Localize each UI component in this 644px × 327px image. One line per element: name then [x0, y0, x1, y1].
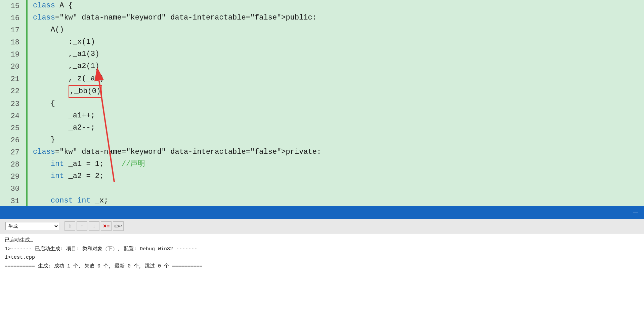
- table-row: 20 ,_a2(1): [0, 61, 644, 73]
- line-gutter: [27, 12, 30, 24]
- line-code: class A {: [30, 0, 644, 12]
- line-code: ,_z(_a1): [30, 73, 644, 85]
- table-row: 24 _a1++;: [0, 110, 644, 122]
- keyword: int: [77, 196, 91, 205]
- line-gutter: [27, 146, 30, 158]
- line-code: :_x(1): [30, 36, 644, 48]
- line-code: A(): [30, 24, 644, 36]
- output-header: —: [0, 206, 644, 219]
- line-code: class="kw" data-name="keyword" data-inte…: [30, 12, 644, 24]
- scroll-first-btn[interactable]: ⇑: [65, 221, 75, 231]
- table-row: 15class A {: [0, 0, 644, 12]
- line-number: 17: [0, 24, 27, 36]
- line-code: }: [30, 134, 644, 146]
- output-line: 1>test.cpp: [5, 253, 639, 262]
- keyword: class: [33, 148, 55, 156]
- table-row: 18 :_x(1): [0, 36, 644, 48]
- line-number: 30: [0, 183, 27, 195]
- line-number: 31: [0, 195, 27, 206]
- scroll-next-btn[interactable]: ↓: [89, 221, 99, 231]
- line-gutter: [27, 122, 30, 134]
- line-gutter: [27, 134, 30, 146]
- line-number: 27: [0, 146, 27, 158]
- table-row: 19 ,_a1(3): [0, 48, 644, 61]
- line-number: 20: [0, 61, 27, 73]
- highlighted-code: ,_bb(0): [69, 85, 102, 98]
- table-row: 17 A(): [0, 24, 644, 36]
- keyword: int: [51, 172, 64, 180]
- line-number: 28: [0, 158, 27, 171]
- line-number: 29: [0, 171, 27, 183]
- scroll-prev-btn[interactable]: ↑: [77, 221, 87, 231]
- line-code: _a1++;: [30, 110, 644, 122]
- output-pin-btn[interactable]: —: [632, 209, 639, 216]
- line-number: 16: [0, 12, 27, 24]
- line-number: 15: [0, 0, 27, 12]
- clear-output-btn[interactable]: ✕≡: [101, 221, 112, 231]
- line-gutter: [27, 36, 30, 48]
- keyword: const: [51, 196, 73, 205]
- line-code: const int _x;: [30, 195, 644, 206]
- line-code: ,_bb(0): [30, 85, 644, 98]
- line-code: ,_a2(1): [30, 61, 644, 73]
- line-number: 25: [0, 122, 27, 134]
- table-row: 29 int _a2 = 2;: [0, 171, 644, 183]
- output-header-controls: —: [628, 209, 639, 216]
- table-row: 22 ,_bb(0): [0, 85, 644, 98]
- table-row: 30: [0, 183, 644, 195]
- wrap-output-btn[interactable]: ab↵: [113, 221, 124, 231]
- keyword: class: [33, 1, 55, 10]
- line-gutter: [27, 195, 30, 206]
- line-gutter: [27, 98, 30, 110]
- keyword: class: [33, 13, 55, 22]
- line-number: 18: [0, 36, 27, 48]
- output-panel: — 生成 ⇑ ↑ ↓ ✕≡ ab↵ 已启动生成…1>------- 已启动生成:…: [0, 206, 644, 327]
- line-gutter: [27, 183, 30, 195]
- code-table: 15class A {16class="kw" data-name="keywo…: [0, 0, 644, 206]
- output-line: ========== 生成: 成功 1 个, 失败 0 个, 最新 0 个, 跳…: [5, 262, 639, 271]
- table-row: 28 int _a1 = 1; //声明: [0, 158, 644, 171]
- table-row: 21 ,_z(_a1): [0, 73, 644, 85]
- table-row: 25 _a2--;: [0, 122, 644, 134]
- table-row: 27class="kw" data-name="keyword" data-in…: [0, 146, 644, 158]
- line-code: {: [30, 98, 644, 110]
- output-content: 已启动生成…1>------- 已启动生成: 项目: 类和对象（下）, 配置: …: [0, 233, 644, 327]
- output-source-select[interactable]: 生成: [5, 222, 59, 230]
- table-row: 26 }: [0, 134, 644, 146]
- line-gutter: [27, 85, 30, 98]
- line-gutter: [27, 110, 30, 122]
- table-row: 31 const int _x;: [0, 195, 644, 206]
- line-code: int _a1 = 1; //声明: [30, 158, 644, 171]
- line-gutter: [27, 24, 30, 36]
- output-line: 已启动生成…: [5, 236, 639, 245]
- line-number: 24: [0, 110, 27, 122]
- line-gutter: [27, 171, 30, 183]
- line-number: 26: [0, 134, 27, 146]
- output-dropdown-btn[interactable]: [628, 212, 631, 213]
- line-gutter: [27, 0, 30, 12]
- output-line: 1>------- 已启动生成: 项目: 类和对象（下）, 配置: Debug …: [5, 245, 639, 254]
- line-number: 23: [0, 98, 27, 110]
- table-row: 16class="kw" data-name="keyword" data-in…: [0, 12, 644, 24]
- keyword: int: [51, 160, 64, 168]
- line-code: ,_a1(3): [30, 48, 644, 61]
- line-number: 22: [0, 85, 27, 98]
- line-gutter: [27, 48, 30, 61]
- line-gutter: [27, 158, 30, 171]
- line-code: [30, 183, 644, 195]
- line-gutter: [27, 73, 30, 85]
- code-editor: 15class A {16class="kw" data-name="keywo…: [0, 0, 644, 206]
- output-toolbar: 生成 ⇑ ↑ ↓ ✕≡ ab↵: [0, 219, 644, 233]
- table-row: 23 {: [0, 98, 644, 110]
- line-code: _a2--;: [30, 122, 644, 134]
- line-code: int _a2 = 2;: [30, 171, 644, 183]
- line-gutter: [27, 61, 30, 73]
- line-code: class="kw" data-name="keyword" data-inte…: [30, 146, 644, 158]
- line-number: 21: [0, 73, 27, 85]
- line-number: 19: [0, 48, 27, 61]
